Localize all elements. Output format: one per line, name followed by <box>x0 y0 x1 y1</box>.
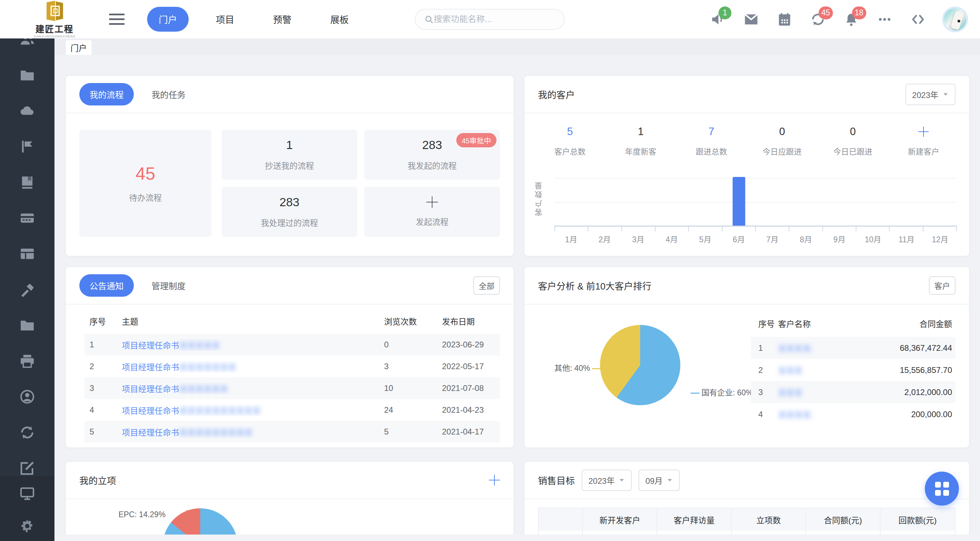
todo-flows-value: 45 <box>135 163 155 184</box>
nav-item-board[interactable]: 展板 <box>319 7 360 32</box>
card-announcements: 公告通知 管理制度 全部 序号 主题 浏览次数 发布日期 1 项目经理任命书某某… <box>66 267 514 447</box>
gear-icon[interactable] <box>19 518 35 534</box>
folder2-icon[interactable] <box>19 317 35 333</box>
megaphone-icon[interactable]: 1 <box>710 12 725 27</box>
cloud-icon[interactable] <box>19 103 35 119</box>
card-customer-analysis: 客户分析 & 前10大客户排行 客户 其他: 40% 国有企业: 60% 序号 … <box>524 267 969 447</box>
tile-start-flow[interactable]: 发起流程 <box>364 187 500 237</box>
tile-processed-flows[interactable]: 283 我处理过的流程 <box>222 187 357 237</box>
tab-my-flow[interactable]: 我的流程 <box>80 83 134 105</box>
col-date: 发布日期 <box>442 315 500 327</box>
customer-pie-chart[interactable] <box>600 325 680 405</box>
table-row[interactable]: 1 项目经理任命书某某某某某 0 2023-06-29 <box>84 334 500 355</box>
bell-badge: 18 <box>852 6 866 19</box>
card-my-flow: 我的流程 我的任务 45 待办流程 1 抄送我的流程 45审批中 283 我 <box>66 76 514 256</box>
table-row[interactable]: 2 项目经理任命书某某某某某某某 3 2022-05-17 <box>84 355 500 378</box>
col-views: 浏览次数 <box>384 315 442 327</box>
add-project-icon[interactable] <box>489 474 500 485</box>
stat-label: 客户总数 <box>554 145 586 157</box>
tab-regulations[interactable]: 管理制度 <box>141 274 196 297</box>
all-button[interactable]: 全部 <box>473 276 500 295</box>
app-logo: 建匠工程 JIANJIANGGONGCHENG <box>19 0 90 38</box>
customer-stats: 5 客户总数 1 年度新客 7 跟进总数 0 今日应跟进 0 今日已跟进 <box>524 113 969 157</box>
stat-done-today[interactable]: 0 今日已跟进 <box>818 125 888 157</box>
year-filter-dropdown[interactable]: 2023年 <box>905 84 956 105</box>
stat-value: 1 <box>638 125 644 138</box>
user-circle-icon[interactable] <box>19 389 35 405</box>
monitor-icon[interactable] <box>19 485 35 501</box>
table-row[interactable]: 3 项目经理任命书某某某某某某 10 2021-07-08 <box>84 378 500 399</box>
search-icon <box>424 14 434 24</box>
plus-icon <box>426 196 438 208</box>
nav-item-project[interactable]: 项目 <box>204 7 246 32</box>
x-axis-labels: 1月2月 3月4月 5月6月 7月8月 9月10月 11月12月 <box>554 233 957 244</box>
user-avatar[interactable] <box>944 8 966 31</box>
table-row[interactable]: 4 某某某某某某某某 200,000.00 <box>751 403 956 425</box>
search-input[interactable] <box>434 14 555 24</box>
tile-cc-flows[interactable]: 1 抄送我的流程 <box>222 130 357 180</box>
y-axis-name: 客户数量 <box>534 181 545 216</box>
pie-label-other: 其他: 40% <box>554 362 603 373</box>
sync-icon[interactable]: 45 <box>810 12 826 27</box>
start-flow-label: 发起流程 <box>416 216 449 227</box>
code-icon[interactable] <box>910 12 926 27</box>
tab-announcements[interactable]: 公告通知 <box>80 274 134 297</box>
stat-label: 今日已跟进 <box>833 145 872 157</box>
users-icon[interactable] <box>19 38 35 47</box>
col-no: 序号 <box>84 315 122 327</box>
sync-badge: 45 <box>819 6 833 19</box>
printer-icon[interactable] <box>19 353 35 369</box>
horizontal-scrollbar[interactable] <box>54 535 980 541</box>
tile-todo-flows[interactable]: 45 待办流程 <box>80 130 212 237</box>
more-icon[interactable] <box>877 12 892 27</box>
col-subject: 主题 <box>122 315 384 327</box>
sync2-icon[interactable] <box>19 425 35 440</box>
bar-june[interactable] <box>732 177 745 225</box>
edit-icon[interactable] <box>19 460 35 476</box>
flag-icon[interactable] <box>19 139 35 154</box>
initiated-flows-value: 283 <box>422 138 442 152</box>
main-nav: 门户 项目 预警 展板 <box>147 7 360 32</box>
customer-button[interactable]: 客户 <box>929 276 956 295</box>
book-icon[interactable] <box>19 175 35 190</box>
pie-label-epc: EPC: 14.29% <box>118 510 165 519</box>
hammer-icon[interactable] <box>19 282 35 297</box>
stat-add-customer[interactable]: 新建客户 <box>888 125 959 157</box>
widgets-fab-button[interactable] <box>925 471 959 506</box>
layout-icon[interactable] <box>19 246 35 262</box>
table-row[interactable]: 2 某某某 15,556,857.70 <box>751 359 956 381</box>
global-search[interactable] <box>415 9 565 30</box>
stat-label: 今日应跟进 <box>762 145 802 157</box>
announcements-table: 序号 主题 浏览次数 发布日期 1 项目经理任命书某某某某某 0 2023-06… <box>66 305 514 443</box>
tile-initiated-flows[interactable]: 45审批中 283 我发起的流程 <box>364 130 500 180</box>
tab-my-tasks[interactable]: 我的任务 <box>141 83 196 105</box>
stat-new-customers[interactable]: 1 年度新客 <box>605 125 676 157</box>
stat-due-today[interactable]: 0 今日应跟进 <box>747 125 818 157</box>
stat-total-customers[interactable]: 5 客户总数 <box>535 125 605 157</box>
card-icon[interactable] <box>19 210 35 226</box>
top-customers-table: 序号 客户名称 合同金额 1 某某某某某某某 68,367,472.44 2 某… <box>751 309 956 425</box>
folder-icon[interactable] <box>19 67 35 83</box>
logo-subtitle: JIANJIANGGONGCHENG <box>33 35 76 38</box>
nav-item-portal[interactable]: 门户 <box>147 7 189 32</box>
table-row[interactable]: 5 项目经理任命书某某某某某某某某某 5 2021-04-17 <box>84 421 500 443</box>
processed-flows-value: 283 <box>280 195 299 209</box>
bell-icon[interactable]: 18 <box>844 12 859 27</box>
card-my-customers: 我的客户 2023年 5 客户总数 1 年度新客 7 跟进总数 <box>524 76 969 256</box>
hamburger-menu-icon[interactable] <box>109 14 125 25</box>
mail-icon[interactable] <box>744 12 759 27</box>
sales-month-dropdown[interactable]: 09月 <box>638 470 680 491</box>
my-projects-title: 我的立项 <box>80 474 116 487</box>
side-nav-bottom <box>0 476 54 541</box>
tab-portal[interactable]: 门户 <box>66 40 92 55</box>
stat-value: 0 <box>850 125 856 138</box>
table-row[interactable]: 3 某某某 2,012,000.00 <box>751 381 956 403</box>
table-row[interactable]: 4 项目经理任命书某某某某某某某某某某 24 2021-04-23 <box>84 399 500 421</box>
sales-year-dropdown[interactable]: 2023年 <box>582 470 632 491</box>
table-row[interactable]: 1 某某某某某某某 68,367,472.44 <box>751 337 956 359</box>
calendar-icon[interactable] <box>777 12 792 27</box>
card-my-projects: 我的立项 EPC: 14.29% 7 11 6 <box>66 462 514 541</box>
stat-label: 新建客户 <box>908 145 939 157</box>
stat-followups[interactable]: 7 跟进总数 <box>676 125 747 157</box>
nav-item-alert[interactable]: 预警 <box>261 7 303 32</box>
